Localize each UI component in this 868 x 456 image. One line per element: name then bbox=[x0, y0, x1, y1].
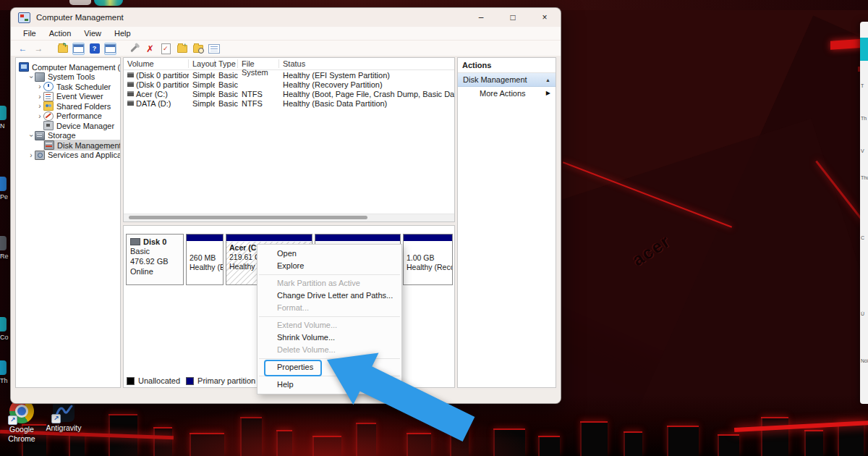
partition-size: 1.00 GB bbox=[407, 253, 449, 263]
menu-file[interactable]: File bbox=[17, 29, 43, 38]
show-action-pane-button[interactable] bbox=[104, 43, 116, 55]
tree-label: System Tools bbox=[48, 72, 95, 81]
scrollbar-thumb[interactable] bbox=[129, 216, 367, 219]
clipped-icon-glyph bbox=[0, 177, 7, 191]
volume-list-empty-space bbox=[124, 108, 454, 214]
tree-item-disk-management[interactable]: Disk Management bbox=[16, 140, 120, 151]
chevron-down-icon[interactable]: › bbox=[27, 73, 35, 80]
tree-item-computer-management[interactable]: Computer Management (Local) bbox=[16, 62, 120, 72]
cell-volume: DATA (D:) bbox=[136, 99, 171, 108]
system-tools-icon bbox=[35, 72, 45, 82]
clipped-icon-label: Th bbox=[0, 377, 9, 384]
menu-help[interactable]: Help bbox=[108, 29, 137, 38]
cell-layout: Simple bbox=[189, 71, 215, 80]
chevron-right-icon[interactable]: › bbox=[27, 151, 35, 159]
cell-volume: (Disk 0 partition 5) bbox=[136, 80, 189, 89]
tree-label: Services and Applications bbox=[48, 151, 121, 159]
partition-status: Healthy (E bbox=[190, 263, 220, 272]
column-header-status[interactable]: Status bbox=[279, 59, 454, 68]
shortcut-antigravity[interactable]: ↗ Antigravity bbox=[42, 400, 85, 433]
column-header-layout[interactable]: Layout bbox=[189, 59, 215, 68]
volume-row[interactable]: Acer (C:) Simple Basic NTFS Healthy (Boo… bbox=[124, 89, 454, 98]
menu-action[interactable]: Action bbox=[43, 29, 78, 38]
check-disk-button[interactable] bbox=[160, 43, 172, 55]
submenu-arrow-icon: ▶ bbox=[546, 90, 550, 96]
clipped-desktop-icon[interactable]: N bbox=[0, 106, 9, 130]
context-menu-change-drive-letter[interactable]: Change Drive Letter and Paths... bbox=[258, 290, 401, 302]
maximize-button[interactable]: □ bbox=[497, 8, 529, 27]
shortcut-google-chrome[interactable]: ↗ Google Chrome bbox=[0, 399, 43, 444]
shared-folders-icon bbox=[43, 101, 54, 111]
wallpaper-block bbox=[69, 434, 85, 456]
cell-type: Basic bbox=[215, 99, 238, 108]
tree-item-task-scheduler[interactable]: › Task Scheduler bbox=[16, 82, 120, 92]
clipped-desktop-icon[interactable]: Co bbox=[0, 317, 9, 341]
column-header-type[interactable]: Type bbox=[215, 59, 238, 68]
minimize-button[interactable]: – bbox=[465, 8, 497, 27]
up-one-level-button[interactable]: ↰ bbox=[56, 43, 69, 55]
volume-row[interactable]: DATA (D:) Simple Basic NTFS Healthy (Bas… bbox=[124, 98, 454, 108]
tree-item-shared-folders[interactable]: › Shared Folders bbox=[16, 101, 120, 111]
actions-group-disk-management[interactable]: Disk Management ▲ bbox=[458, 73, 556, 87]
clipped-desktop-icon[interactable]: Th bbox=[0, 360, 9, 384]
tree-item-event-viewer[interactable]: › Event Viewer bbox=[16, 92, 120, 102]
tree-label: Event Viewer bbox=[56, 92, 103, 101]
help-icon: ? bbox=[90, 43, 100, 54]
find-button[interactable] bbox=[192, 43, 204, 55]
menu-view[interactable]: View bbox=[77, 29, 108, 38]
context-menu-explore[interactable]: Explore bbox=[258, 260, 401, 272]
tree-item-storage[interactable]: › Storage bbox=[16, 131, 120, 141]
collapse-arrow-icon[interactable]: ▲ bbox=[545, 77, 550, 83]
tree-label: Disk Management bbox=[57, 141, 121, 150]
horizontal-scrollbar[interactable] bbox=[124, 214, 454, 221]
toolbar: ← → ↰ ? ✗ ↑ bbox=[11, 41, 561, 57]
column-header-volume[interactable]: Volume bbox=[124, 59, 189, 68]
clipped-icon-label: Re bbox=[0, 253, 9, 260]
disk-size: 476.92 GB bbox=[130, 257, 179, 266]
title-bar[interactable]: Computer Management – □ × bbox=[11, 8, 561, 27]
forward-button[interactable]: → bbox=[33, 43, 45, 55]
tool-icon bbox=[130, 45, 138, 53]
volume-row[interactable]: (Disk 0 partition 5) Simple Basic Health… bbox=[124, 80, 454, 89]
disk-0-label-box[interactable]: Disk 0 Basic 476.92 GB Online bbox=[126, 234, 184, 285]
clipped-right-window[interactable]: T Th V Thu C Ú Nói bbox=[860, 22, 868, 404]
chevron-right-icon[interactable]: › bbox=[36, 112, 43, 120]
primary-partition-bar bbox=[187, 235, 223, 242]
back-arrow-icon: ← bbox=[19, 43, 27, 54]
back-button[interactable]: ← bbox=[17, 43, 29, 55]
disk-status: Online bbox=[130, 267, 179, 276]
cell-status: Healthy (Recovery Partition) bbox=[279, 80, 454, 89]
tree-item-system-tools[interactable]: › System Tools bbox=[16, 72, 120, 83]
column-header-file-system[interactable]: File System bbox=[238, 59, 279, 68]
red-x-icon: ✗ bbox=[146, 43, 154, 54]
tree-item-services-and-applications[interactable]: › Services and Applications bbox=[16, 151, 120, 161]
check-document-icon bbox=[161, 43, 171, 54]
chevron-right-icon[interactable]: › bbox=[36, 102, 43, 110]
tree-item-device-manager[interactable]: Device Manager bbox=[16, 121, 120, 131]
help-button[interactable]: ? bbox=[88, 43, 101, 55]
chevron-right-icon[interactable]: › bbox=[36, 93, 43, 101]
clipped-text: Th bbox=[861, 116, 868, 121]
properties-button[interactable] bbox=[208, 43, 220, 55]
export-button[interactable]: ↑ bbox=[176, 43, 188, 55]
partition-efi[interactable]: 260 MB Healthy (E bbox=[186, 234, 224, 285]
volume-row[interactable]: (Disk 0 partition 1) Simple Basic Health… bbox=[124, 70, 454, 80]
clipped-icon-label: Co bbox=[0, 334, 9, 341]
more-actions-item[interactable]: More Actions ▶ bbox=[458, 87, 556, 99]
clipped-desktop-icon[interactable]: Re bbox=[0, 236, 9, 260]
partition-recovery[interactable]: 1.00 GB Healthy (Reco bbox=[403, 234, 453, 285]
chevron-right-icon[interactable]: › bbox=[36, 83, 43, 90]
context-menu-open[interactable]: Open bbox=[258, 248, 401, 260]
partition-size: 260 MB bbox=[190, 253, 220, 263]
tree-item-performance[interactable]: › Performance bbox=[16, 111, 120, 122]
delete-button[interactable]: ✗ bbox=[144, 43, 156, 55]
wallpaper-block bbox=[838, 423, 864, 456]
attach-vhd-button[interactable] bbox=[128, 43, 140, 55]
context-menu-format: Format... bbox=[258, 302, 401, 314]
show-console-tree-button[interactable] bbox=[72, 43, 85, 55]
clipped-desktop-icon[interactable]: Pe bbox=[0, 177, 9, 200]
close-button[interactable]: × bbox=[529, 8, 561, 27]
clipped-icon-label: Pe bbox=[0, 193, 9, 200]
chevron-down-icon[interactable]: › bbox=[27, 132, 35, 139]
services-icon bbox=[35, 151, 45, 160]
